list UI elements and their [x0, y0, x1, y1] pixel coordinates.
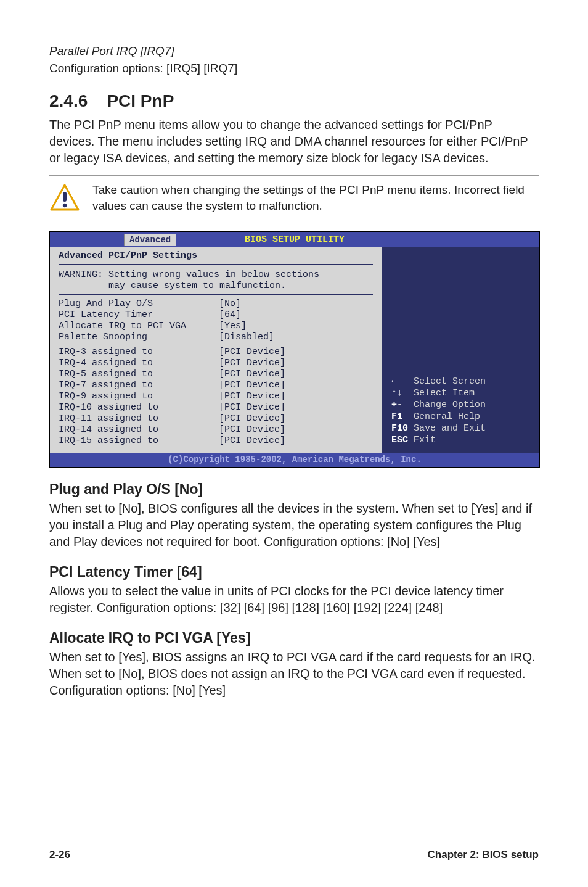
bios-help-row: ←Select Screen	[391, 376, 533, 387]
bios-setting-row: Allocate IRQ to PCI VGA[Yes]	[59, 321, 373, 332]
plug-and-play-heading: Plug and Play O/S [No]	[49, 480, 539, 499]
bios-help-panel: ←Select Screen↑↓Select Item+-Change Opti…	[383, 247, 539, 453]
bios-irq-row: IRQ-9 assigned to[PCI Device]	[59, 391, 373, 402]
bios-irq-row: IRQ-10 assigned to[PCI Device]	[59, 402, 373, 413]
plug-and-play-desc: When set to [No], BIOS configures all th…	[49, 500, 539, 550]
warning-icon	[49, 183, 80, 213]
svg-rect-1	[63, 192, 67, 202]
allocate-irq-desc: When set to [Yes], BIOS assigns an IRQ t…	[49, 649, 539, 699]
bios-setting-row: Plug And Play O/S[No]	[59, 299, 373, 310]
bios-help-row: +-Change Option	[391, 400, 533, 411]
bios-setting-row: Palette Snooping[Disabled]	[59, 332, 373, 343]
parallel-port-options: Configuration options: [IRQ5] [IRQ7]	[49, 60, 539, 76]
bios-footer: (C)Copyright 1985-2002, American Megatre…	[50, 453, 539, 467]
svg-point-2	[63, 204, 67, 207]
bios-tab-advanced: Advanced	[124, 234, 176, 246]
bios-irq-row: IRQ-4 assigned to[PCI Device]	[59, 358, 373, 369]
bios-irq-row: IRQ-14 assigned to[PCI Device]	[59, 424, 373, 435]
bios-irq-row: IRQ-5 assigned to[PCI Device]	[59, 369, 373, 380]
bios-title: BIOS SETUP UTILITY	[245, 234, 345, 245]
bios-irq-row: IRQ-7 assigned to[PCI Device]	[59, 380, 373, 391]
pci-latency-desc: Allows you to select the value in units …	[49, 583, 539, 616]
bios-help-row: F10Save and Exit	[391, 423, 533, 434]
bios-warning: WARNING: Setting wrong values in below s…	[59, 267, 373, 295]
bios-screenshot: Advanced BIOS SETUP UTILITY Advanced PCI…	[49, 231, 539, 468]
bios-setting-row: PCI Latency Timer[64]	[59, 310, 373, 321]
bios-titlebar: Advanced BIOS SETUP UTILITY	[50, 232, 539, 247]
section-title: PCI PnP	[107, 91, 174, 110]
bios-help-row: ↑↓Select Item	[391, 388, 533, 399]
section-number: 2.4.6	[49, 91, 88, 110]
bios-help-row: F1General Help	[391, 411, 533, 423]
bios-help-row: ESCExit	[391, 435, 533, 446]
bios-irq-row: IRQ-3 assigned to[PCI Device]	[59, 347, 373, 358]
page-footer: 2-26 Chapter 2: BIOS setup	[49, 848, 539, 862]
page-number: 2-26	[49, 848, 70, 862]
caution-note: Take caution when changing the settings …	[49, 175, 539, 220]
section-heading: 2.4.6 PCI PnP	[49, 89, 539, 113]
bios-left-panel: Advanced PCI/PnP Settings WARNING: Setti…	[50, 247, 383, 453]
allocate-irq-heading: Allocate IRQ to PCI VGA [Yes]	[49, 629, 539, 648]
pci-latency-heading: PCI Latency Timer [64]	[49, 563, 539, 582]
chapter-label: Chapter 2: BIOS setup	[428, 848, 539, 862]
section-description: The PCI PnP menu items allow you to chan…	[49, 117, 539, 167]
bios-irq-row: IRQ-11 assigned to[PCI Device]	[59, 413, 373, 424]
bios-irq-row: IRQ-15 assigned to[PCI Device]	[59, 435, 373, 447]
caution-text: Take caution when changing the settings …	[92, 182, 539, 213]
bios-panel-title: Advanced PCI/PnP Settings	[59, 250, 373, 265]
parallel-port-title: Parallel Port IRQ [IRQ7]	[49, 43, 539, 59]
